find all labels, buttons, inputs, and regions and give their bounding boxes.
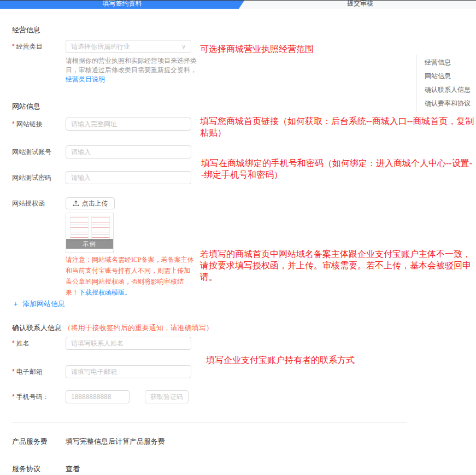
sample-page-image	[70, 216, 89, 241]
category-help-link[interactable]: 经营类目说明	[66, 75, 105, 83]
site-url-row: *网站链接	[12, 118, 191, 131]
annotation-site-link: 填写您商城首页链接（如何获取：后台系统--商城入口--商城首页，复制粘贴）	[200, 115, 474, 138]
contact-name-label: *姓名	[12, 339, 66, 348]
contact-email-label-text: 电子邮箱	[16, 368, 43, 376]
contact-email-input[interactable]	[66, 365, 191, 378]
category-label-text: 经营类目	[16, 43, 43, 50]
test-password-input[interactable]	[66, 171, 191, 184]
site-url-input[interactable]	[66, 118, 191, 131]
annotation-category: 可选择商城营业执照经营范围	[200, 43, 476, 55]
category-row: *经营类目 请选择你所属的行业 ∨	[12, 40, 191, 53]
auth-letter-template-link[interactable]: 下载授权函模版。	[79, 289, 131, 296]
auth-letter-notice: 请注意：网站域名需经ICP备案，若备案主体和当前支付宝账号持有人不同，则需上传加…	[66, 254, 195, 298]
test-password-row: 网站测试密码	[12, 171, 191, 184]
add-website-link-label: 添加网站信息	[22, 300, 65, 308]
service-fee-label: 产品服务费	[12, 437, 66, 447]
service-fee-row: 产品服务费 填写完整信息后计算产品服务费	[12, 437, 165, 447]
agreement-row: 服务协议 查看	[12, 464, 80, 474]
upload-icon	[73, 200, 79, 207]
contact-phone-label-text: 手机号码：	[16, 393, 49, 401]
anchor-nav-fees[interactable]: 确认费率和协议	[425, 97, 471, 110]
contact-phone-input[interactable]	[66, 390, 130, 403]
anchor-nav-website[interactable]: 网站信息	[425, 69, 471, 83]
section-divider	[12, 422, 407, 423]
required-mark: *	[12, 368, 15, 376]
site-url-label: *网站链接	[12, 120, 66, 129]
service-fee-value: 填写完整信息后计算产品服务费	[66, 437, 165, 447]
auth-letter-row: 网站授权函 点击上传	[12, 197, 115, 209]
upload-button[interactable]: 点击上传	[66, 197, 115, 209]
anchor-nav-contact[interactable]: 确认联系人信息	[425, 83, 471, 97]
test-account-label: 网站测试账号	[12, 148, 66, 157]
required-mark: *	[12, 120, 15, 128]
required-mark: *	[12, 339, 15, 347]
required-mark: *	[12, 43, 15, 50]
category-label: *经营类目	[12, 42, 66, 51]
sample-page-image	[91, 216, 110, 241]
section-title-contact: 确认联系人信息 （将用于接收签约后的重要通知，请准确填写）	[12, 323, 213, 333]
contact-email-label: *电子邮箱	[12, 367, 66, 377]
required-mark: *	[12, 393, 15, 401]
anchor-nav: 经营信息 网站信息 确认联系人信息 确认费率和协议	[416, 55, 471, 112]
contact-title-text: 确认联系人信息	[12, 324, 62, 332]
anchor-nav-business[interactable]: 经营信息	[425, 56, 471, 69]
step-header: 填写签约资料 提交审核	[0, 1, 476, 9]
get-verification-code-button[interactable]: 获取验证码	[145, 390, 189, 403]
auth-letter-sample-thumbnail[interactable]: 示例	[66, 213, 114, 253]
step-tab-submit-review-label: 提交审核	[347, 1, 373, 8]
annotation-test-account: 填写在商城绑定的手机号和密码（如何绑定：进入商城个人中心--设置--绑定手机号和…	[201, 157, 474, 180]
contact-name-input[interactable]	[66, 337, 191, 350]
test-password-label: 网站测试密码	[12, 173, 66, 183]
contact-phone-label: *手机号码：	[12, 392, 66, 402]
contact-phone-row: *手机号码： 获取验证码	[12, 390, 189, 403]
test-account-row: 网站测试账号	[12, 145, 191, 159]
sample-caption: 示例	[66, 239, 113, 249]
contact-name-row: *姓名	[12, 337, 191, 350]
step-tab-fill-info-label: 填写签约资料	[103, 1, 142, 8]
category-help-body: 请根据你的营业执照和实际经营项目来选择类目，审核通过后修改类目需要重新提交资料，	[66, 57, 197, 74]
agreement-label: 服务协议	[12, 464, 66, 474]
annotation-contact: 填写企业支付宝账户持有者的联系方式	[206, 354, 436, 366]
category-help-text: 请根据你的营业执照和实际经营项目来选择类目，审核通过后修改类目需要重新提交资料，…	[66, 56, 198, 84]
plus-icon: ＋	[12, 300, 19, 308]
add-website-link[interactable]: ＋添加网站信息	[12, 299, 65, 309]
auth-letter-label: 网站授权函	[12, 199, 66, 208]
chevron-down-icon: ∨	[181, 43, 186, 50]
upload-button-label: 点击上传	[82, 199, 108, 208]
contact-title-note: （将用于接收签约后的重要通知，请准确填写）	[64, 324, 213, 332]
step-tab-fill-info: 填写签约资料	[0, 1, 244, 9]
annotation-auth-letter: 若填写的商城首页中网站域名备案主体跟企业支付宝账户主体不一致，请按要求填写授权函…	[200, 248, 475, 283]
agreement-view-link[interactable]: 查看	[66, 464, 80, 474]
section-title-business: 经营信息	[12, 25, 40, 35]
test-account-input[interactable]	[66, 145, 191, 159]
section-title-website: 网站信息	[12, 102, 40, 112]
industry-select[interactable]: 请选择你所属的行业 ∨	[66, 40, 191, 53]
industry-select-placeholder: 请选择你所属的行业	[71, 42, 130, 51]
step-tab-submit-review: 提交审核	[244, 1, 476, 9]
sample-document-pages	[66, 213, 113, 241]
contact-email-row: *电子邮箱	[12, 365, 191, 378]
contact-name-label-text: 姓名	[16, 339, 30, 347]
site-url-label-text: 网站链接	[16, 120, 43, 128]
